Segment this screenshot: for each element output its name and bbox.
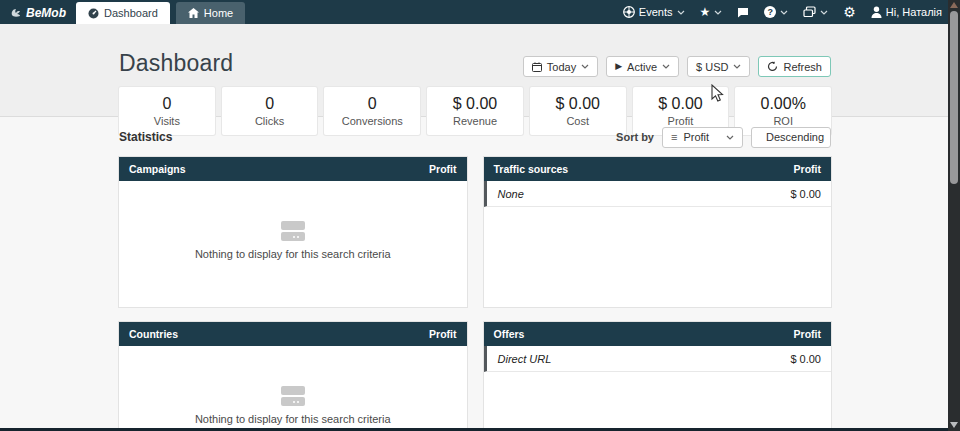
chevron-down-icon bbox=[726, 135, 734, 140]
nav-tabs: Dashboard Home bbox=[76, 0, 245, 24]
sort-direction-value: Descending bbox=[766, 131, 824, 143]
stat-value: 0 bbox=[162, 95, 171, 113]
currency-button[interactable]: $ USD bbox=[687, 56, 750, 77]
statistics-panels: Campaigns Profit Nothing to display for … bbox=[119, 157, 831, 431]
stat-value: $ 0.00 bbox=[658, 95, 702, 113]
date-range-label: Today bbox=[547, 61, 576, 73]
panel-title: Campaigns bbox=[129, 163, 186, 175]
date-range-button[interactable]: Today bbox=[523, 56, 598, 77]
chevron-down-icon bbox=[820, 10, 828, 15]
bemob-dashboard-screen: BeMob Dashboard Home bbox=[0, 0, 960, 431]
sort-direction-select[interactable]: Descending bbox=[751, 127, 831, 148]
table-row[interactable]: Direct URL $ 0.00 bbox=[484, 346, 832, 372]
panel-countries-header: Countries Profit bbox=[119, 322, 467, 346]
row-value: $ 0.00 bbox=[790, 188, 821, 200]
row-name: Direct URL bbox=[498, 353, 552, 365]
chevron-down-icon bbox=[662, 64, 670, 69]
bemob-logo-icon bbox=[9, 7, 22, 20]
table-row[interactable]: None $ 0.00 bbox=[484, 181, 832, 207]
favorites-menu[interactable]: ★ bbox=[700, 6, 723, 18]
events-icon bbox=[623, 6, 635, 18]
panel-traffic-sources-header: Traffic sources Profit bbox=[484, 157, 832, 181]
panel-title: Countries bbox=[129, 328, 178, 340]
help-menu[interactable]: ? bbox=[764, 6, 788, 18]
sort-by-label: Sort by bbox=[616, 131, 654, 143]
toolbar: Today ▶ Active $ USD Refresh bbox=[523, 56, 831, 77]
scroll-up-arrow-icon[interactable] bbox=[950, 2, 958, 8]
database-icon bbox=[280, 386, 306, 407]
panel-metric: Profit bbox=[429, 163, 456, 175]
panel-title: Offers bbox=[494, 328, 525, 340]
home-icon bbox=[188, 8, 199, 18]
statistics-header: Statistics Sort by ≡ Profit Descending bbox=[119, 126, 831, 148]
chevron-down-icon bbox=[677, 10, 685, 15]
panel-traffic-sources-body: None $ 0.00 bbox=[484, 181, 832, 307]
help-icon: ? bbox=[764, 6, 776, 18]
vertical-scrollbar[interactable] bbox=[948, 0, 960, 431]
panel-title: Traffic sources bbox=[494, 163, 569, 175]
events-menu[interactable]: Events bbox=[623, 6, 685, 18]
chat-button[interactable] bbox=[737, 7, 749, 18]
chevron-down-icon bbox=[780, 10, 788, 15]
page-title: Dashboard bbox=[119, 50, 233, 77]
panel-campaigns: Campaigns Profit Nothing to display for … bbox=[119, 157, 467, 307]
panel-campaigns-header: Campaigns Profit bbox=[119, 157, 467, 181]
refresh-label: Refresh bbox=[783, 61, 822, 73]
stat-value: $ 0.00 bbox=[555, 95, 599, 113]
panel-traffic-sources: Traffic sources Profit None $ 0.00 bbox=[484, 157, 832, 307]
header-section: Dashboard Today ▶ Active $ USD bbox=[0, 24, 948, 117]
events-label: Events bbox=[639, 6, 673, 18]
chevron-down-icon bbox=[581, 64, 589, 69]
play-icon: ▶ bbox=[615, 62, 622, 71]
chevron-down-icon bbox=[733, 64, 741, 69]
panel-metric: Profit bbox=[794, 163, 821, 175]
stat-value: $ 0.00 bbox=[453, 95, 497, 113]
settings-button[interactable]: ⚙ bbox=[843, 5, 856, 19]
gauge-icon bbox=[88, 8, 99, 19]
stat-value: 0.00% bbox=[760, 95, 805, 113]
refresh-button[interactable]: Refresh bbox=[758, 56, 831, 77]
row-name: None bbox=[498, 188, 524, 200]
status-filter-label: Active bbox=[627, 61, 657, 73]
navbar-right: Events ★ ? bbox=[623, 0, 942, 24]
calendar-icon bbox=[532, 62, 542, 72]
empty-state: Nothing to display for this search crite… bbox=[119, 181, 467, 260]
refresh-icon bbox=[767, 61, 778, 72]
stat-value: 0 bbox=[368, 95, 377, 113]
sort-field-select[interactable]: ≡ Profit bbox=[662, 127, 743, 148]
top-navbar: BeMob Dashboard Home bbox=[0, 0, 948, 24]
panel-countries: Countries Profit Nothing to display for … bbox=[119, 322, 467, 431]
user-label: Hi, Наталія bbox=[886, 6, 942, 18]
star-icon: ★ bbox=[700, 6, 711, 18]
chat-icon bbox=[737, 7, 749, 18]
tab-home-label: Home bbox=[204, 7, 233, 19]
panel-offers: Offers Profit Direct URL $ 0.00 bbox=[484, 322, 832, 431]
panel-campaigns-body: Nothing to display for this search crite… bbox=[119, 181, 467, 307]
panel-metric: Profit bbox=[794, 328, 821, 340]
panel-countries-body: Nothing to display for this search crite… bbox=[119, 346, 467, 431]
chevron-down-icon bbox=[714, 10, 722, 15]
database-icon bbox=[280, 221, 306, 242]
currency-label: $ USD bbox=[696, 61, 728, 73]
panel-offers-body: Direct URL $ 0.00 bbox=[484, 346, 832, 431]
tab-dashboard[interactable]: Dashboard bbox=[76, 2, 170, 24]
user-icon bbox=[871, 6, 882, 18]
tab-home[interactable]: Home bbox=[176, 2, 245, 24]
gear-icon: ⚙ bbox=[843, 5, 856, 19]
empty-state-text: Nothing to display for this search crite… bbox=[195, 248, 391, 260]
scroll-down-arrow-icon[interactable] bbox=[950, 422, 958, 428]
scrollbar-thumb[interactable] bbox=[950, 11, 958, 184]
panel-offers-header: Offers Profit bbox=[484, 322, 832, 346]
row-value: $ 0.00 bbox=[790, 353, 821, 365]
brand-label: BeMob bbox=[26, 6, 66, 20]
panel-metric: Profit bbox=[429, 328, 456, 340]
empty-state: Nothing to display for this search crite… bbox=[119, 346, 467, 425]
bemob-logo[interactable]: BeMob bbox=[0, 6, 76, 24]
sort-field-value: Profit bbox=[683, 131, 709, 143]
tab-dashboard-label: Dashboard bbox=[104, 7, 158, 19]
user-menu[interactable]: Hi, Наталія bbox=[871, 6, 942, 18]
hamburger-icon: ≡ bbox=[671, 132, 677, 143]
status-filter-button[interactable]: ▶ Active bbox=[606, 56, 679, 77]
sort-controls: Sort by ≡ Profit Descending bbox=[616, 127, 831, 148]
workspaces-menu[interactable] bbox=[803, 6, 828, 18]
